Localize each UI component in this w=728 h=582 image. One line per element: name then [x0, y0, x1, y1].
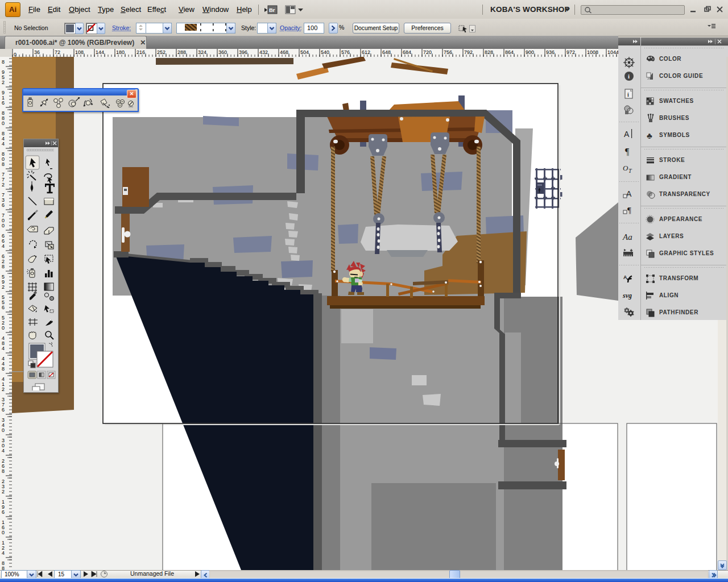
svg-text:8: 8 [2, 468, 5, 474]
svg-text:432: 432 [259, 49, 268, 55]
svg-text:8: 8 [2, 264, 5, 269]
svg-text:216: 216 [136, 49, 145, 55]
svg-text:8: 8 [2, 161, 5, 167]
svg-text:1044: 1044 [607, 49, 618, 55]
svg-text:648: 648 [382, 49, 391, 55]
svg-text:♣: ♣ [647, 131, 652, 140]
svg-text:0: 0 [2, 530, 5, 535]
svg-text:828: 828 [485, 49, 493, 55]
svg-text:6: 6 [2, 305, 5, 310]
svg-text:svg: svg [622, 292, 632, 300]
svg-text:108: 108 [75, 49, 84, 55]
svg-text:6: 6 [2, 407, 5, 413]
svg-text:T: T [628, 168, 632, 174]
svg-text:612: 612 [362, 49, 370, 55]
svg-text:8: 8 [2, 366, 5, 372]
svg-text:360: 360 [218, 49, 227, 55]
svg-text:4: 4 [2, 550, 5, 556]
svg-text:972: 972 [566, 49, 575, 55]
svg-text:396: 396 [239, 49, 247, 55]
svg-text:252: 252 [157, 49, 166, 55]
svg-text:¶: ¶ [625, 147, 630, 156]
svg-text:324: 324 [198, 49, 206, 55]
svg-text:792: 792 [464, 49, 473, 55]
svg-text:180: 180 [116, 49, 125, 55]
svg-text:0: 0 [2, 223, 5, 228]
svg-text:A: A [623, 275, 627, 280]
svg-text:36: 36 [34, 49, 40, 55]
svg-text:4: 4 [2, 346, 5, 351]
svg-text:6: 6 [2, 509, 5, 515]
svg-text:936: 936 [546, 49, 555, 55]
svg-text:¶: ¶ [627, 206, 631, 215]
svg-text:i: i [628, 73, 630, 80]
svg-text:4: 4 [2, 448, 5, 454]
svg-text:i: i [627, 92, 629, 98]
svg-text:6: 6 [2, 202, 5, 208]
svg-text:8: 8 [2, 59, 5, 65]
svg-text:2: 2 [2, 284, 5, 290]
svg-text:4: 4 [2, 243, 5, 249]
svg-text:0: 0 [14, 52, 16, 57]
svg-text:864: 864 [505, 49, 514, 55]
svg-text:4: 4 [2, 141, 5, 147]
svg-text:6: 6 [2, 100, 5, 106]
svg-text:O: O [623, 164, 628, 172]
svg-text:Br: Br [269, 7, 275, 13]
svg-text:756: 756 [444, 49, 452, 55]
svg-text:288: 288 [177, 49, 186, 55]
svg-text:A: A [624, 130, 630, 139]
svg-text:0: 0 [2, 427, 5, 433]
svg-text:0: 0 [2, 325, 5, 331]
svg-text:900: 900 [526, 49, 534, 55]
svg-text:144: 144 [96, 49, 104, 55]
svg-text:504: 504 [300, 49, 309, 55]
svg-text:2: 2 [2, 182, 5, 188]
svg-text:1008: 1008 [587, 49, 598, 55]
svg-text:8: 8 [2, 566, 5, 570]
svg-text:720: 720 [423, 49, 432, 55]
svg-text:576: 576 [341, 49, 350, 55]
svg-text:0: 0 [2, 120, 5, 126]
svg-text:468: 468 [280, 49, 288, 55]
svg-text:2: 2 [2, 80, 5, 85]
svg-text:Aa: Aa [622, 232, 632, 242]
svg-text:2: 2 [2, 489, 5, 494]
svg-text:540: 540 [321, 49, 329, 55]
svg-text:684: 684 [403, 49, 411, 55]
svg-text:72: 72 [55, 49, 60, 55]
svg-text:2: 2 [2, 386, 5, 392]
svg-text:8: 8 [2, 57, 5, 57]
